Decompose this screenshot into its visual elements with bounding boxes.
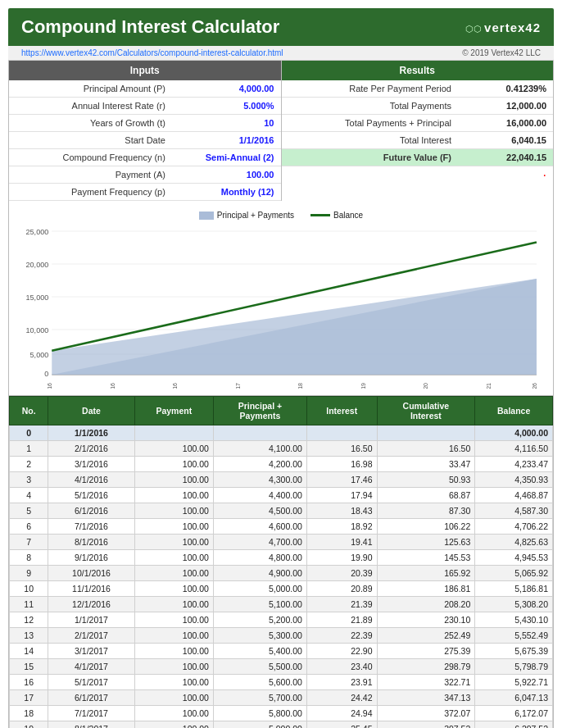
cell-cum-interest: 275.39	[377, 644, 475, 659]
cell-payment: 100.00	[134, 721, 213, 729]
cell-payment: 100.00	[134, 690, 213, 706]
cell-no: 16	[10, 675, 48, 690]
cell-cum-interest: 372.07	[377, 706, 475, 721]
input-row: Years of Growth (t) 10	[9, 115, 281, 132]
chart-container: 25,000 20,000 15,000 10,000 5,000 0	[17, 225, 545, 389]
cell-balance: 5,430.10	[475, 612, 553, 628]
result-row: Future Value (F) 22,040.15	[282, 149, 554, 166]
table-row: 10 11/1/2016 100.00 5,000.00 20.89 186.8…	[10, 581, 553, 597]
input-row: Compound Frequency (n) Semi-Annual (2)	[9, 149, 281, 166]
cell-balance: 4,116.50	[475, 441, 553, 457]
chart-legend: Principal + Payments Balance	[17, 211, 545, 220]
cell-date: 9/1/2016	[48, 550, 134, 566]
table-row: 7 8/1/2016 100.00 4,700.00 19.41 125.63 …	[10, 535, 553, 550]
cell-no: 17	[10, 690, 48, 706]
cell-interest: 18.43	[306, 503, 377, 519]
cell-principal: 4,200.00	[213, 457, 306, 472]
cell-date: 12/1/2016	[48, 597, 134, 612]
cell-principal: 5,500.00	[213, 659, 306, 675]
cell-principal: 4,700.00	[213, 535, 306, 550]
cell-principal: 4,800.00	[213, 550, 306, 566]
table-row: 3 4/1/2016 100.00 4,300.00 17.46 50.93 4…	[10, 472, 553, 488]
cell-payment: 100.00	[134, 488, 213, 503]
cell-interest: 16.50	[306, 441, 377, 457]
cell-balance: 4,587.30	[475, 503, 553, 519]
cell-balance: 4,706.22	[475, 519, 553, 535]
legend-balance: Balance	[310, 211, 363, 220]
svg-text:1/1/2016: 1/1/2016	[47, 383, 52, 389]
cell-interest: 24.42	[306, 690, 377, 706]
cell-date: 6/1/2016	[48, 503, 134, 519]
cell-no: 3	[10, 472, 48, 488]
cell-principal: 5,700.00	[213, 690, 306, 706]
cell-interest: 17.46	[306, 472, 377, 488]
cell-cum-interest: 252.49	[377, 628, 475, 644]
result-value: 22,040.15	[458, 149, 553, 166]
cell-balance: 5,065.92	[475, 566, 553, 581]
cell-balance: 4,233.47	[475, 457, 553, 472]
cell-payment: 100.00	[134, 597, 213, 612]
cell-payment: 100.00	[134, 659, 213, 675]
cell-date: 2/1/2016	[48, 441, 134, 457]
cell-balance: 5,675.39	[475, 644, 553, 659]
logo: ⬡⬡ vertex42	[465, 20, 541, 34]
svg-text:15,000: 15,000	[26, 293, 49, 302]
data-table: No. Date Payment Principal +Payments Int…	[9, 396, 553, 728]
input-label: Start Date	[9, 132, 172, 149]
table-row: 6 7/1/2016 100.00 4,600.00 18.92 106.22 …	[10, 519, 553, 535]
cell-cum-interest: 145.53	[377, 550, 475, 566]
cell-date: 1/1/2017	[48, 612, 134, 628]
cell-no: 5	[10, 503, 48, 519]
legend-principal-label: Principal + Payments	[217, 211, 294, 220]
table-row: 1 2/1/2016 100.00 4,100.00 16.50 16.50 4…	[10, 441, 553, 457]
cell-no: 13	[10, 628, 48, 644]
cell-payment: 100.00	[134, 581, 213, 597]
cell-balance: 4,468.87	[475, 488, 553, 503]
cell-interest: 22.39	[306, 628, 377, 644]
cell-principal: 4,400.00	[213, 488, 306, 503]
cell-no: 6	[10, 519, 48, 535]
cell-interest: 21.39	[306, 597, 377, 612]
svg-text:1/1/2020: 1/1/2020	[423, 383, 428, 389]
legend-balance-label: Balance	[333, 211, 363, 220]
copyright: © 2019 Vertex42 LLC	[462, 48, 541, 57]
cell-principal: 5,000.00	[213, 581, 306, 597]
cell-cum-interest: 106.22	[377, 519, 475, 535]
cell-no: 19	[10, 721, 48, 729]
cell-balance: 5,922.71	[475, 675, 553, 690]
table-header-row: No. Date Payment Principal +Payments Int…	[10, 397, 553, 425]
table-row: 2 3/1/2016 100.00 4,200.00 16.98 33.47 4…	[10, 457, 553, 472]
cell-interest: 16.98	[306, 457, 377, 472]
input-value: Monthly (12)	[172, 184, 281, 201]
cell-principal: 4,600.00	[213, 519, 306, 535]
input-label: Payment Frequency (p)	[9, 184, 172, 201]
cell-cum-interest: 125.63	[377, 535, 475, 550]
input-value: 10	[172, 115, 281, 132]
cell-cum-interest: 230.10	[377, 612, 475, 628]
result-row: Total Payments + Principal 16,000.00	[282, 115, 554, 132]
cell-cum-interest: 208.20	[377, 597, 475, 612]
cell-cum-interest: 50.93	[377, 472, 475, 488]
inputs-section: Inputs Principal Amount (P) 4,000.00Annu…	[9, 61, 282, 201]
cell-no: 18	[10, 706, 48, 721]
input-label: Years of Growth (t)	[9, 115, 172, 132]
result-label: Total Payments + Principal	[282, 115, 458, 132]
cell-payment: 100.00	[134, 503, 213, 519]
cell-principal: 5,300.00	[213, 628, 306, 644]
cell-interest: 20.39	[306, 566, 377, 581]
result-label: Rate Per Payment Period	[282, 80, 458, 98]
url-link[interactable]: https://www.vertex42.com/Calculators/com…	[21, 48, 283, 57]
input-label: Compound Frequency (n)	[9, 149, 172, 166]
svg-text:10,000: 10,000	[26, 326, 49, 334]
result-label: Total Payments	[282, 98, 458, 115]
cell-principal: 4,100.00	[213, 441, 306, 457]
cell-cum-interest: 87.30	[377, 503, 475, 519]
cell-principal: 4,500.00	[213, 503, 306, 519]
cell-balance: 4,350.93	[475, 472, 553, 488]
cell-payment: 100.00	[134, 628, 213, 644]
cell-cum-interest: 165.92	[377, 566, 475, 581]
cell-interest: 17.94	[306, 488, 377, 503]
cell-no: 15	[10, 659, 48, 675]
cell-interest: 18.92	[306, 519, 377, 535]
svg-text:1/1/2017: 1/1/2017	[235, 383, 241, 389]
